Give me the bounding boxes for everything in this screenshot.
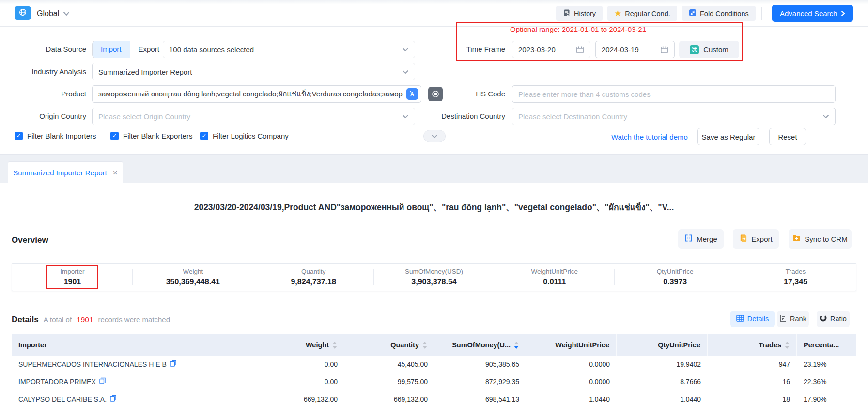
view-ratio-button[interactable]: Ratio (817, 311, 850, 327)
close-icon[interactable]: × (113, 169, 118, 177)
col-qty-unit-price[interactable]: QtyUnitPrice (617, 334, 708, 356)
fold-conditions-label: Fold Conditions (700, 10, 749, 17)
export-tab[interactable]: Export (130, 41, 168, 58)
details-caption: Details A total of 1901 records were mat… (12, 315, 170, 325)
region-picker-badge[interactable] (15, 6, 31, 20)
end-date-input[interactable]: 2024-03-19 (595, 41, 675, 58)
industry-analysis-select[interactable]: Summarized Importer Report (92, 63, 415, 80)
sort-icons[interactable] (422, 342, 427, 349)
col-sum-of-money[interactable]: SumOfMoney(U... (434, 334, 526, 356)
table-icon (736, 315, 744, 323)
origin-country-placeholder: Please select Origin Country (98, 112, 402, 121)
origin-country-select[interactable]: Please select Origin Country (92, 108, 415, 125)
col-weight[interactable]: Weight (253, 334, 344, 356)
chevron-down-icon (402, 70, 409, 74)
data-source-segmented: Import Export (92, 41, 168, 58)
data-source-label: Data Source (10, 41, 86, 58)
importer-name-link[interactable]: CALYPSO DEL CARIBE S.A. (18, 395, 107, 403)
export-button[interactable]: Export (733, 229, 779, 249)
copy-icon[interactable] (110, 395, 116, 403)
filter-blank-exporters-label: Filter Blank Exporters (123, 132, 192, 140)
start-date-input[interactable]: 2023-03-20 (512, 41, 590, 58)
importer-name-link[interactable]: IMPORTADORA PRIMEX (18, 378, 96, 386)
filter-blank-importers-label: Filter Blank Importers (27, 132, 96, 140)
regular-cond-button[interactable]: ★ Regular Cond. (607, 6, 677, 21)
table-row[interactable]: CALYPSO DEL CARIBE S.A. 669,132.00 669,1… (12, 390, 856, 406)
data-sources-select[interactable]: 100 data sources selected (163, 41, 415, 58)
collapse-form-button[interactable] (423, 130, 446, 142)
tutorial-link[interactable]: Watch the tutorial demo (611, 133, 688, 141)
rank-chart-icon (779, 315, 787, 323)
custom-range-button[interactable]: ⌘ Custom (679, 41, 739, 58)
save-as-regular-button[interactable]: Save as Regular (698, 128, 760, 145)
checkbox-check-icon: ✓ (110, 132, 119, 140)
sync-to-crm-button[interactable]: Sync to CRM (789, 229, 852, 249)
tab-summarized-importer-report[interactable]: Summarized Importer Report × (8, 161, 123, 183)
calendar-icon[interactable] (576, 46, 584, 54)
calendar-icon[interactable] (660, 46, 668, 54)
filter-logistics-company-label: Filter Logitics Company (213, 132, 289, 140)
col-percentage[interactable]: Percenta... (797, 334, 856, 356)
reset-button[interactable]: Reset (769, 128, 806, 145)
start-date-value: 2023-03-20 (518, 46, 576, 54)
tabbar: Summarized Importer Report × (0, 154, 868, 183)
sort-icons-desc-active[interactable] (514, 342, 519, 349)
tab-title: Summarized Importer Report (13, 169, 107, 177)
filter-blank-exporters-checkbox[interactable]: ✓ Filter Blank Exporters (110, 132, 192, 140)
sort-icons[interactable] (332, 342, 337, 349)
search-button[interactable]: Search (813, 128, 851, 145)
copy-icon[interactable] (99, 377, 106, 386)
view-rank-button[interactable]: Rank (777, 311, 809, 327)
stat-quantity: Quantity 9,824,737.18 (253, 264, 374, 291)
hs-code-placeholder: Please enter more than 4 customs codes (518, 90, 829, 98)
sync-to-crm-label: Sync to CRM (805, 235, 847, 243)
stat-sum-of-money: SumOfMoney(USD) 3,903,378.54 (374, 264, 495, 291)
importer-name-link[interactable]: SUPERMERCADOS INTERNACIONALES H E B (18, 360, 167, 368)
hs-code-input[interactable]: Please enter more than 4 customs codes (512, 85, 836, 103)
product-label: Product (10, 85, 86, 103)
sort-icons[interactable] (785, 342, 790, 349)
advanced-search-label: Advanced Search (780, 9, 837, 17)
hs-code-label: HS Code (429, 85, 505, 103)
pie-chart-icon (820, 314, 827, 323)
col-trades[interactable]: Trades (708, 334, 797, 356)
product-input[interactable]: замороженный овощ;rau đông lạnh;vegetal … (92, 85, 421, 103)
end-date-value: 2024-03-19 (602, 46, 660, 54)
merge-button[interactable]: Merge (678, 229, 724, 249)
details-heading: Details (12, 315, 39, 325)
product-value: замороженный овощ;rau đông lạnh;vegetal … (98, 88, 406, 100)
chevron-down-icon (402, 114, 409, 119)
sync-folder-icon (792, 234, 801, 244)
checkbox-check-icon: ✓ (15, 132, 23, 140)
stat-qty-unit-price: QtyUnitPrice 0.3973 (615, 264, 735, 291)
filter-blank-importers-checkbox[interactable]: ✓ Filter Blank Importers (15, 132, 96, 140)
filter-logistics-company-checkbox[interactable]: ✓ Filter Logitics Company (200, 132, 289, 140)
col-quantity[interactable]: Quantity (344, 334, 434, 356)
chevron-down-icon (822, 114, 829, 119)
time-frame-label: Time Frame (420, 41, 505, 58)
col-weight-unit-price[interactable]: WeightUnitPrice (526, 334, 617, 356)
col-importer[interactable]: Importer (12, 334, 253, 356)
table-row[interactable]: SUPERMERCADOS INTERNACIONALES H E B 0.00… (12, 356, 856, 373)
destination-country-select[interactable]: Please select Destination Country (512, 108, 836, 125)
industry-analysis-value: Summarized Importer Report (98, 68, 402, 76)
advanced-search-button[interactable]: Advanced Search (772, 5, 853, 22)
import-tab[interactable]: Import (93, 41, 130, 58)
region-chevron-down-icon[interactable] (63, 11, 70, 16)
details-table: Importer Weight Quantity SumOfMoney(U...… (12, 334, 856, 406)
history-label: History (574, 10, 596, 17)
stat-trades: Trades 17,345 (735, 264, 856, 291)
translate-icon[interactable]: A (406, 88, 418, 100)
chevron-down-icon (402, 47, 409, 52)
history-button[interactable]: History (556, 6, 603, 21)
industry-analysis-label: Industry Analysis (10, 63, 86, 80)
custom-label: Custom (703, 46, 728, 54)
fold-conditions-button[interactable]: Fold Conditions (682, 6, 756, 21)
optional-range-text: Optional range: 2021-01-01 to 2024-03-21 (510, 25, 646, 33)
table-row[interactable]: IMPORTADORA PRIMEX 0.00 99,575.00 872,92… (12, 373, 856, 390)
view-details-button[interactable]: Details (730, 311, 775, 327)
region-label[interactable]: Global (37, 7, 59, 20)
table-header-row: Importer Weight Quantity SumOfMoney(U...… (12, 334, 856, 356)
stat-importer: Importer 1901 (12, 264, 133, 291)
copy-icon[interactable] (170, 360, 176, 368)
